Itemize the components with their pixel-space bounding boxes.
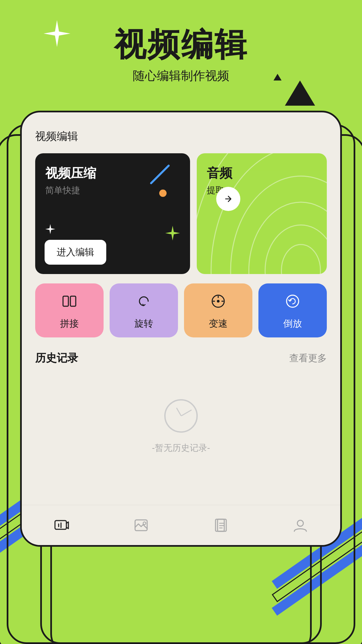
svg-rect-7 (63, 296, 68, 306)
audio-arrow-button[interactable] (216, 187, 240, 211)
reverse-tool-button[interactable]: 倒放 (258, 283, 327, 337)
nav-item-image[interactable] (132, 517, 150, 534)
file-nav-icon (212, 517, 230, 534)
history-title: 历史记录 (35, 351, 78, 366)
tool-grid: 拼接 旋转 (35, 283, 327, 337)
image-nav-icon (132, 517, 150, 534)
speed-label: 变速 (209, 317, 228, 330)
video-edit-nav-icon (53, 517, 70, 534)
clock-minute-hand (181, 410, 192, 417)
compress-card-dot (159, 190, 167, 197)
svg-rect-8 (70, 296, 76, 306)
splice-tool-button[interactable]: 拼接 (35, 283, 104, 337)
enter-edit-button[interactable]: 进入编辑 (45, 240, 106, 265)
speed-icon (210, 293, 227, 312)
svg-point-0 (281, 245, 320, 274)
nav-item-video-edit[interactable] (53, 517, 70, 534)
phone-mockup: 视频编辑 视频压缩 简单快捷 (20, 111, 342, 644)
svg-point-1 (265, 225, 327, 274)
svg-point-19 (143, 522, 146, 525)
reverse-label: 倒放 (283, 317, 302, 330)
rotate-label: 旋转 (134, 317, 153, 330)
compress-card[interactable]: 视频压缩 简单快捷 (35, 153, 190, 274)
history-more-button[interactable]: 查看更多 (289, 352, 327, 365)
phone-screen: 视频编辑 视频压缩 简单快捷 (20, 111, 342, 547)
history-empty-text: -暂无历史记录- (152, 442, 210, 454)
history-empty-state: -暂无历史记录- (35, 386, 327, 474)
audio-card-title: 音频 (207, 165, 317, 182)
nav-item-file[interactable] (212, 517, 230, 534)
audio-card[interactable]: 音频 提取 (197, 153, 327, 274)
rotate-tool-button[interactable]: 旋转 (110, 283, 178, 337)
reverse-icon (284, 293, 301, 312)
section-label: 视频编辑 (35, 129, 327, 144)
speed-tool-button[interactable]: 变速 (184, 283, 252, 337)
compress-green-star-icon (165, 226, 180, 240)
history-header: 历史记录 查看更多 (35, 351, 327, 366)
clock-icon (164, 399, 198, 433)
page-title: 视频编辑 (0, 27, 362, 62)
nav-item-profile[interactable] (292, 517, 309, 534)
split-icon (61, 293, 78, 312)
rotate-icon (135, 293, 152, 312)
svg-point-25 (297, 520, 303, 526)
arrow-right-icon (224, 194, 233, 204)
compress-sparkle-icon (45, 223, 55, 237)
feature-cards-row: 视频压缩 简单快捷 (35, 153, 327, 274)
profile-nav-icon (292, 517, 309, 534)
svg-point-2 (249, 202, 327, 274)
page-header: 视频编辑 随心编辑制作视频 (0, 0, 362, 94)
svg-point-10 (217, 300, 220, 303)
splice-label: 拼接 (60, 317, 79, 330)
clock-hour-hand (176, 408, 182, 416)
svg-point-14 (287, 295, 299, 307)
phone-content: 视频编辑 视频压缩 简单快捷 (22, 112, 340, 474)
bottom-navigation (22, 505, 340, 545)
page-subtitle: 随心编辑制作视频 (0, 68, 362, 84)
